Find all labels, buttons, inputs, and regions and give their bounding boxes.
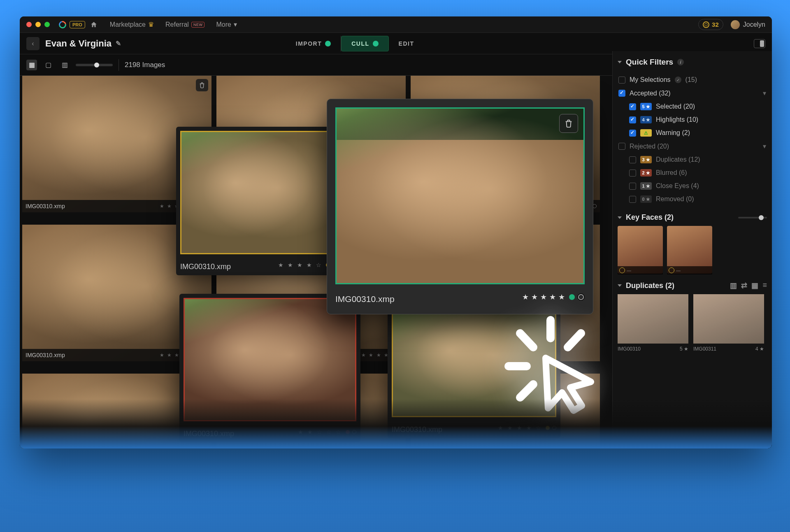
face-thumbnail[interactable]: — bbox=[618, 226, 663, 274]
face-thumbnail[interactable]: — bbox=[667, 226, 712, 274]
edit-icon[interactable]: ✎ bbox=[116, 39, 121, 47]
nav-label: More bbox=[216, 21, 231, 28]
check-icon bbox=[373, 41, 379, 46]
app-logo-icon bbox=[58, 20, 67, 29]
chevron-down-icon: ▾ bbox=[234, 21, 237, 28]
new-badge: NEW bbox=[191, 22, 205, 28]
filename: IMG00310.xmp bbox=[26, 203, 65, 209]
crown-icon: ♛ bbox=[148, 21, 154, 28]
nav-marketplace[interactable]: Marketplace♛ bbox=[110, 21, 154, 28]
duplicate-tools: ▥ ⇄ ▦ ≡ bbox=[730, 281, 767, 290]
color-tag-green[interactable] bbox=[569, 294, 575, 300]
section-title: Quick Filters bbox=[626, 58, 673, 67]
chevron-down-icon: ▾ bbox=[763, 142, 766, 150]
face-size-slider[interactable] bbox=[738, 217, 767, 218]
color-tag-empty[interactable] bbox=[577, 293, 585, 301]
project-title: Evan & Virginia✎ bbox=[45, 38, 121, 49]
back-button[interactable]: ‹ bbox=[26, 37, 40, 50]
rating-badge: 5 ★ bbox=[640, 103, 652, 110]
filename: IMG00310.xmp bbox=[184, 425, 234, 438]
image-grid: IMG00310.xmp★ ★ ★ ★ ★ IMG00310.xmp★ ★ ★ … bbox=[20, 76, 612, 448]
star-rating[interactable]: ★★★★★ bbox=[522, 293, 565, 302]
floating-card-red[interactable]: IMG00310.xmp★ ★ ☆ ☆ ☆ bbox=[179, 294, 360, 442]
filter-selected[interactable]: 5 ★Selected (20) bbox=[618, 100, 767, 113]
filename: IMG00310.xmp bbox=[392, 421, 442, 434]
image-count: 2198 Images bbox=[125, 61, 165, 69]
sidebar: Quick Filtersi My Selections✓(15) Accept… bbox=[612, 51, 772, 448]
avatar bbox=[731, 20, 740, 29]
filter-rejected[interactable]: Rejected (20)▾ bbox=[618, 139, 767, 153]
user-menu[interactable]: Jocelyn bbox=[731, 20, 765, 29]
check-icon bbox=[325, 41, 331, 46]
nav-label: Referral bbox=[165, 21, 189, 28]
collapse-icon[interactable] bbox=[618, 284, 622, 287]
filename: IMG00310.xmp bbox=[335, 290, 395, 304]
tab-edit[interactable]: EDIT bbox=[389, 36, 424, 51]
section-title: Duplicates (2) bbox=[626, 281, 674, 290]
list-icon[interactable]: ≡ bbox=[762, 281, 767, 290]
duplicate-thumbnail[interactable]: IMG003105 ★ bbox=[618, 294, 688, 352]
tab-cull[interactable]: CULL bbox=[341, 36, 388, 51]
rating-badge: 4 ★ bbox=[640, 116, 652, 123]
info-icon[interactable]: i bbox=[677, 59, 684, 65]
coin-balance[interactable]: ⬡32 bbox=[698, 19, 723, 30]
filename: IMG00310.xmp bbox=[180, 258, 231, 271]
username: Jocelyn bbox=[743, 21, 765, 28]
chevron-down-icon: ▾ bbox=[763, 89, 766, 97]
grid-view-icon[interactable]: ▦ bbox=[26, 60, 37, 70]
compare-icon[interactable]: ▥ bbox=[730, 281, 737, 290]
duplicate-thumbnail[interactable]: IMG003114 ★ bbox=[693, 294, 764, 352]
sync-icon[interactable]: ⇄ bbox=[741, 281, 747, 290]
rating-badge: 1 ★ bbox=[640, 182, 652, 190]
compare-view-icon[interactable]: ▥ bbox=[59, 60, 70, 70]
filter-blurred[interactable]: 2 ★Blurred (6) bbox=[618, 166, 767, 179]
nav-label: Marketplace bbox=[110, 21, 146, 28]
titlebar: PRO Marketplace♛ ReferralNEW More▾ ⬡32 J… bbox=[20, 16, 772, 33]
pro-badge: PRO bbox=[70, 21, 85, 28]
filename: IMG00310.xmp bbox=[26, 352, 65, 358]
home-icon[interactable] bbox=[90, 21, 98, 28]
nav-referral[interactable]: ReferralNEW bbox=[165, 21, 204, 28]
coin-icon: ⬡ bbox=[703, 21, 709, 28]
filter-duplicates[interactable]: 3 ★Duplicates (12) bbox=[618, 153, 767, 166]
single-view-icon[interactable]: ▢ bbox=[43, 60, 53, 70]
window-controls[interactable] bbox=[26, 22, 50, 27]
trash-icon[interactable] bbox=[559, 114, 578, 133]
rating-badge: 2 ★ bbox=[640, 169, 652, 177]
filter-warning[interactable]: ⚠Warning (2) bbox=[618, 126, 767, 139]
warning-badge: ⚠ bbox=[640, 129, 652, 137]
app-window: PRO Marketplace♛ ReferralNEW More▾ ⬡32 J… bbox=[20, 16, 772, 448]
filter-accepted[interactable]: Accepted (32)▾ bbox=[618, 86, 767, 100]
filter-close-eyes[interactable]: 1 ★Close Eyes (4) bbox=[618, 179, 767, 193]
key-faces: — — bbox=[618, 226, 767, 274]
rating-badge: 3 ★ bbox=[640, 156, 652, 163]
rating-badge: 0 ★ bbox=[640, 195, 652, 203]
zoom-slider[interactable] bbox=[76, 64, 113, 66]
grid-icon[interactable]: ▦ bbox=[751, 281, 758, 290]
filter-my-selections[interactable]: My Selections✓(15) bbox=[618, 73, 767, 86]
mode-tabs: IMPORT CULL EDIT bbox=[286, 36, 424, 51]
floating-card-yellow[interactable]: IMG00310.xmp★ ★ ★ ★ ☆ bbox=[176, 127, 341, 275]
top-nav: Marketplace♛ ReferralNEW More▾ bbox=[110, 21, 237, 28]
panel-toggle-icon[interactable] bbox=[754, 39, 765, 48]
collapse-icon[interactable] bbox=[618, 61, 622, 63]
filter-removed[interactable]: 0 ★Removed (0) bbox=[618, 193, 767, 206]
filter-highlights[interactable]: 4 ★Highlights (10) bbox=[618, 113, 767, 126]
focus-card[interactable]: IMG00310.xmp ★★★★★ bbox=[327, 99, 593, 314]
trash-icon[interactable] bbox=[196, 79, 208, 91]
section-title: Key Faces (2) bbox=[626, 213, 674, 222]
floating-card-gold[interactable]: IMG00310.xmp★ ★ ★ ★ ☆ bbox=[388, 298, 560, 438]
coin-count: 32 bbox=[712, 21, 719, 28]
nav-more[interactable]: More▾ bbox=[216, 21, 237, 28]
collapse-icon[interactable] bbox=[618, 216, 622, 219]
tab-import[interactable]: IMPORT bbox=[286, 36, 341, 51]
